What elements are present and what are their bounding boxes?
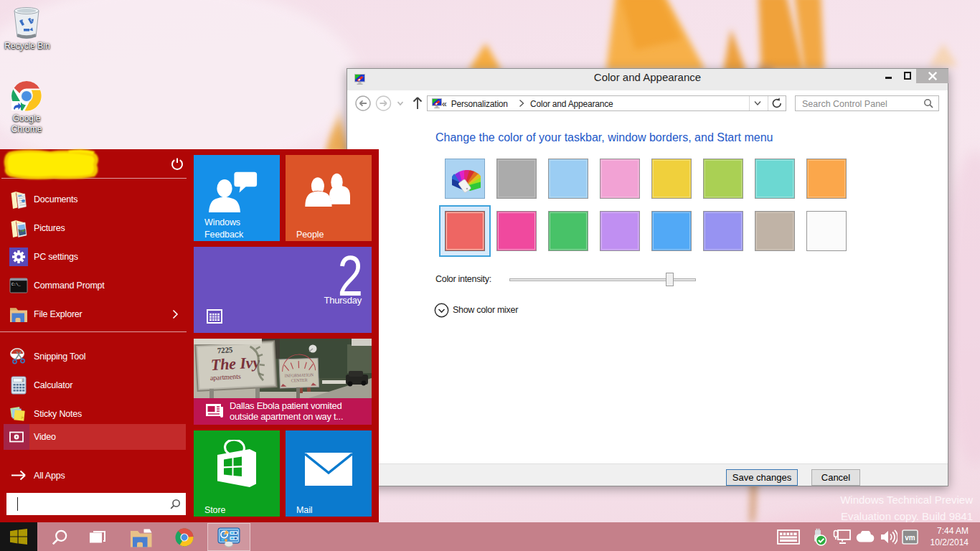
svg-text:CENTER: CENTER	[291, 378, 308, 383]
svg-text:7225: 7225	[217, 345, 233, 354]
svg-text:vm: vm	[905, 534, 915, 542]
svg-text:C:\_: C:\_	[11, 282, 21, 287]
svg-text:apartments: apartments	[209, 372, 241, 382]
svg-text:The Ivy: The Ivy	[210, 353, 260, 374]
